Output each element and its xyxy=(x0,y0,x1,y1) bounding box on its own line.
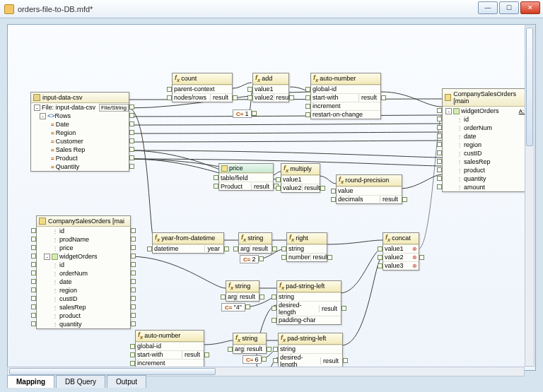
port-in[interactable] xyxy=(272,295,276,299)
port-out[interactable] xyxy=(129,164,134,169)
port-in[interactable] xyxy=(167,87,172,92)
fn-string-1[interactable]: fxstring argresult xyxy=(238,232,272,254)
port-in[interactable] xyxy=(31,296,36,301)
port-in[interactable] xyxy=(305,112,310,117)
port-in[interactable] xyxy=(273,358,278,363)
port-in[interactable] xyxy=(331,197,336,202)
port-out[interactable] xyxy=(272,247,277,251)
port-in[interactable] xyxy=(31,279,36,284)
fn-right[interactable]: fxright string numberresult xyxy=(286,232,327,262)
minimize-button[interactable]: — xyxy=(478,1,498,14)
port-out[interactable] xyxy=(343,358,348,363)
const-1[interactable]: C=1 xyxy=(233,109,252,118)
fn-concat[interactable]: fxconcat value1⊗ value2⊗ value3⊗ xyxy=(383,232,419,271)
port-out[interactable] xyxy=(131,313,136,318)
port-out[interactable] xyxy=(131,279,136,284)
port-out[interactable] xyxy=(129,105,134,109)
port-in[interactable] xyxy=(31,262,36,267)
port-in[interactable] xyxy=(437,176,442,181)
port-in[interactable] xyxy=(31,245,36,250)
fn-pad-string-left-1[interactable]: fxpad-string-left string desired-lengthr… xyxy=(276,280,341,325)
port-in[interactable] xyxy=(276,186,281,191)
vertical-scrollbar[interactable] xyxy=(525,25,535,367)
expand-icon[interactable]: - xyxy=(40,113,46,119)
port-in[interactable] xyxy=(305,95,310,100)
port-in[interactable] xyxy=(31,287,36,292)
port-in[interactable] xyxy=(281,255,286,260)
const-4[interactable]: C="4" xyxy=(221,303,245,311)
port-out[interactable] xyxy=(204,352,209,357)
fn-auto-number-2[interactable]: fxauto-number global-id start-withresult… xyxy=(135,330,204,371)
port-out[interactable] xyxy=(341,306,346,311)
maximize-button[interactable]: ☐ xyxy=(499,1,519,14)
port-in[interactable] xyxy=(31,228,36,233)
port-in[interactable] xyxy=(437,142,442,147)
port-in[interactable] xyxy=(305,104,310,109)
scrollbar-thumb[interactable] xyxy=(526,28,533,146)
tab-output[interactable]: Output xyxy=(107,375,146,388)
port-in[interactable] xyxy=(378,255,383,260)
port-out[interactable] xyxy=(131,228,136,233)
port-out[interactable] xyxy=(262,357,267,362)
port-in[interactable] xyxy=(130,361,135,366)
port-in[interactable] xyxy=(31,237,36,242)
port-in[interactable] xyxy=(31,254,36,259)
mapping-canvas[interactable]: input-data-csv -File: input-data-csvFile… xyxy=(7,24,536,371)
port-out[interactable] xyxy=(129,113,134,118)
port-out[interactable] xyxy=(259,295,264,299)
port-in[interactable] xyxy=(437,167,442,172)
port-out[interactable] xyxy=(131,237,136,242)
port-out[interactable] xyxy=(252,111,257,116)
port-in[interactable] xyxy=(331,189,336,194)
port-out[interactable] xyxy=(381,95,386,100)
port-in[interactable] xyxy=(276,177,281,182)
port-out[interactable] xyxy=(129,121,134,126)
port-in[interactable] xyxy=(437,133,442,138)
port-in[interactable] xyxy=(130,352,135,357)
port-out[interactable] xyxy=(224,247,229,251)
port-in[interactable] xyxy=(437,184,442,189)
input-csv-component[interactable]: input-data-csv -File: input-data-csvFile… xyxy=(30,92,129,172)
port-in[interactable] xyxy=(273,347,278,352)
port-out[interactable] xyxy=(320,186,325,191)
fn-pad-string-left-2[interactable]: fxpad-string-left string desired-lengthr… xyxy=(278,333,343,371)
file-string-button[interactable]: File/String xyxy=(99,104,129,112)
port-in[interactable] xyxy=(214,175,218,180)
port-out[interactable] xyxy=(131,262,136,267)
port-in[interactable] xyxy=(214,184,218,189)
fn-string-2[interactable]: fxstring argresult xyxy=(226,280,259,302)
port-in[interactable] xyxy=(437,159,442,164)
port-out[interactable] xyxy=(131,271,136,275)
port-in[interactable] xyxy=(228,347,233,352)
port-in[interactable] xyxy=(147,247,152,251)
port-in[interactable] xyxy=(378,263,383,268)
port-out[interactable] xyxy=(129,155,134,160)
port-out[interactable] xyxy=(245,304,250,309)
expand-icon[interactable]: - xyxy=(34,105,40,111)
port-in[interactable] xyxy=(31,313,36,318)
fn-year-from-datetime[interactable]: fxyear-from-datetime datetimeyear xyxy=(152,232,224,254)
target-db-component[interactable]: CompanySalesOrders [main -widgetOrdersA:… xyxy=(442,88,530,192)
port-in[interactable] xyxy=(437,117,442,121)
fn-auto-number-1[interactable]: fxauto-number global-id start-withresult… xyxy=(310,73,381,119)
port-out[interactable] xyxy=(402,197,407,202)
port-out[interactable] xyxy=(131,254,136,259)
port-in[interactable] xyxy=(437,125,442,130)
close-button[interactable]: ✕ xyxy=(520,1,540,14)
port-out[interactable] xyxy=(131,245,136,250)
port-out[interactable] xyxy=(267,347,272,352)
tab-mapping[interactable]: Mapping xyxy=(7,375,54,388)
expand-icon[interactable]: - xyxy=(44,254,50,260)
tab-db-query[interactable]: DB Query xyxy=(56,375,105,388)
port-out[interactable] xyxy=(259,256,264,261)
scrollbar-thumb[interactable] xyxy=(9,368,216,375)
port-out[interactable] xyxy=(327,255,332,260)
fn-add[interactable]: fxadd value1 value2result xyxy=(252,73,289,102)
port-in[interactable] xyxy=(31,321,36,326)
port-out[interactable] xyxy=(129,138,134,143)
port-out[interactable] xyxy=(131,296,136,301)
source-db-component[interactable]: CompanySalesOrders [mai ⋮id⋮prodName⋮pri… xyxy=(36,215,131,329)
port-in[interactable] xyxy=(378,247,383,251)
const-2[interactable]: C=2 xyxy=(240,255,259,263)
const-6[interactable]: C=6 xyxy=(243,355,262,364)
